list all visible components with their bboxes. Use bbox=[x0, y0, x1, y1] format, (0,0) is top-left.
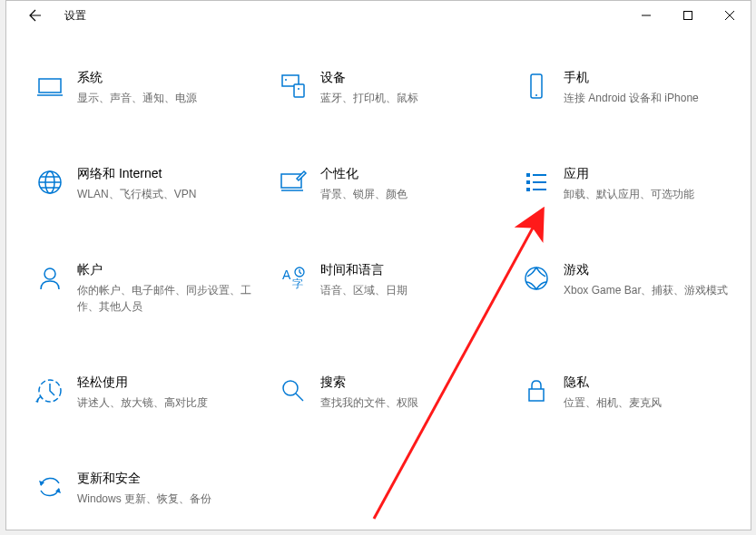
svg-text:A: A bbox=[282, 268, 291, 282]
minimize-button[interactable] bbox=[625, 1, 667, 30]
window-controls bbox=[625, 1, 751, 30]
gaming-icon bbox=[520, 262, 553, 295]
category-privacy[interactable]: 隐私 位置、相机、麦克风 bbox=[520, 371, 756, 414]
category-title: 个性化 bbox=[320, 166, 513, 182]
apps-icon bbox=[520, 166, 553, 199]
devices-icon bbox=[277, 70, 309, 102]
close-button[interactable] bbox=[709, 1, 751, 30]
category-desc: Xbox Game Bar、捕获、游戏模式 bbox=[564, 282, 756, 298]
accounts-icon bbox=[34, 262, 66, 295]
update-icon bbox=[34, 471, 66, 503]
category-desc: 卸载、默认应用、可选功能 bbox=[564, 186, 756, 202]
svg-point-21 bbox=[283, 381, 298, 395]
network-icon bbox=[34, 166, 66, 199]
category-title: 设备 bbox=[320, 70, 513, 86]
svg-point-14 bbox=[44, 268, 55, 279]
categories-grid: 系统 显示、声音、通知、电源 设备 蓝牙、打印机、鼠标 手机 bbox=[34, 66, 751, 511]
settings-window: 设置 系统 显示、声音、通知、电源 bbox=[5, 0, 751, 530]
svg-point-18 bbox=[525, 268, 547, 289]
maximize-icon bbox=[683, 11, 692, 20]
titlebar: 设置 bbox=[6, 1, 751, 30]
category-desc: 讲述人、放大镜、高对比度 bbox=[77, 394, 270, 411]
category-network[interactable]: 网络和 Internet WLAN、飞行模式、VPN bbox=[34, 162, 270, 206]
category-time[interactable]: A字 时间和语言 语音、区域、日期 bbox=[277, 258, 513, 318]
category-search[interactable]: 搜索 查找我的文件、权限 bbox=[277, 371, 513, 414]
category-system[interactable]: 系统 显示、声音、通知、电源 bbox=[34, 66, 270, 110]
category-title: 应用 bbox=[564, 166, 756, 182]
category-title: 轻松使用 bbox=[77, 374, 270, 391]
category-desc: 查找我的文件、权限 bbox=[320, 394, 513, 411]
phone-icon bbox=[520, 70, 553, 102]
svg-point-7 bbox=[535, 94, 537, 96]
svg-rect-3 bbox=[294, 84, 304, 97]
content-area: 系统 显示、声音、通知、电源 设备 蓝牙、打印机、鼠标 手机 bbox=[6, 30, 751, 511]
svg-rect-13 bbox=[526, 188, 530, 191]
svg-marker-20 bbox=[35, 398, 39, 403]
category-desc: 你的帐户、电子邮件、同步设置、工作、其他人员 bbox=[77, 282, 270, 315]
svg-rect-0 bbox=[684, 12, 692, 20]
svg-point-4 bbox=[285, 79, 287, 81]
ease-of-access-icon bbox=[34, 374, 66, 407]
category-desc: 连接 Android 设备和 iPhone bbox=[564, 90, 756, 106]
svg-rect-1 bbox=[39, 79, 61, 92]
category-apps[interactable]: 应用 卸载、默认应用、可选功能 bbox=[520, 162, 756, 206]
category-phone[interactable]: 手机 连接 Android 设备和 iPhone bbox=[520, 66, 756, 110]
category-title: 更新和安全 bbox=[77, 471, 270, 487]
svg-rect-11 bbox=[526, 173, 530, 177]
category-title: 手机 bbox=[564, 70, 756, 86]
system-icon bbox=[34, 70, 66, 102]
category-desc: 显示、声音、通知、电源 bbox=[77, 90, 270, 106]
privacy-icon bbox=[520, 374, 553, 407]
category-title: 隐私 bbox=[564, 374, 756, 391]
category-title: 游戏 bbox=[564, 262, 756, 278]
category-title: 系统 bbox=[77, 70, 270, 86]
back-button[interactable] bbox=[21, 1, 50, 30]
svg-rect-22 bbox=[529, 389, 544, 401]
category-title: 网络和 Internet bbox=[77, 166, 270, 182]
close-icon bbox=[725, 11, 734, 20]
category-desc: 背景、锁屏、颜色 bbox=[320, 186, 513, 202]
category-title: 帐户 bbox=[77, 262, 270, 278]
svg-rect-12 bbox=[526, 180, 530, 184]
category-desc: Windows 更新、恢复、备份 bbox=[77, 491, 270, 507]
svg-text:字: 字 bbox=[292, 277, 303, 290]
category-devices[interactable]: 设备 蓝牙、打印机、鼠标 bbox=[277, 66, 513, 110]
category-desc: WLAN、飞行模式、VPN bbox=[77, 186, 270, 202]
svg-point-5 bbox=[298, 88, 299, 90]
category-gaming[interactable]: 游戏 Xbox Game Bar、捕获、游戏模式 bbox=[520, 258, 756, 318]
personalization-icon bbox=[277, 166, 309, 199]
category-personalization[interactable]: 个性化 背景、锁屏、颜色 bbox=[277, 162, 513, 206]
category-update[interactable]: 更新和安全 Windows 更新、恢复、备份 bbox=[34, 467, 270, 511]
category-ease[interactable]: 轻松使用 讲述人、放大镜、高对比度 bbox=[34, 371, 270, 414]
category-title: 搜索 bbox=[320, 374, 513, 391]
search-icon bbox=[277, 374, 309, 407]
category-accounts[interactable]: 帐户 你的帐户、电子邮件、同步设置、工作、其他人员 bbox=[34, 258, 270, 318]
window-title: 设置 bbox=[64, 8, 86, 24]
maximize-button[interactable] bbox=[667, 1, 709, 30]
minimize-icon bbox=[642, 11, 651, 20]
category-title: 时间和语言 bbox=[320, 262, 513, 278]
back-arrow-icon bbox=[28, 8, 43, 23]
category-desc: 蓝牙、打印机、鼠标 bbox=[320, 90, 513, 106]
category-desc: 位置、相机、麦克风 bbox=[564, 394, 756, 411]
time-language-icon: A字 bbox=[277, 262, 309, 295]
category-desc: 语音、区域、日期 bbox=[320, 282, 513, 298]
